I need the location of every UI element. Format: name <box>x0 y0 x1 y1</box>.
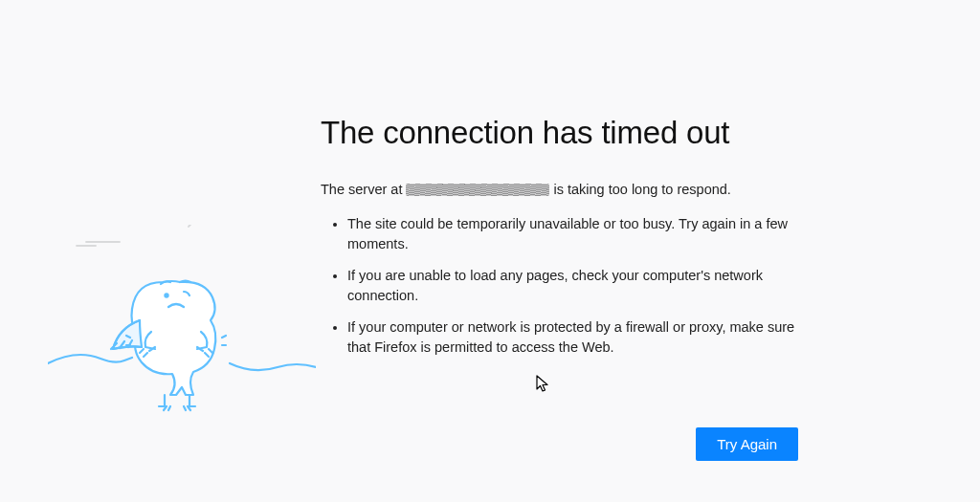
svg-line-6 <box>222 336 226 338</box>
error-suggestions-list: The site could be temporarily unavailabl… <box>321 214 828 358</box>
redacted-hostname <box>406 184 549 196</box>
try-again-button[interactable]: Try Again <box>696 427 798 461</box>
mouse-cursor-icon <box>536 375 551 394</box>
suggestion-item: If your computer or network is protected… <box>347 317 807 358</box>
error-title: The connection has timed out <box>321 115 828 151</box>
suggestion-item: If you are unable to load any pages, che… <box>347 266 807 306</box>
subtitle-suffix: is taking too long to respond. <box>549 182 730 197</box>
error-subtitle: The server at is taking too long to resp… <box>321 180 828 199</box>
svg-point-8 <box>165 294 167 296</box>
suggestion-item: The site could be temporarily unavailabl… <box>347 214 807 254</box>
error-illustration <box>48 225 316 426</box>
subtitle-prefix: The server at <box>321 182 406 197</box>
